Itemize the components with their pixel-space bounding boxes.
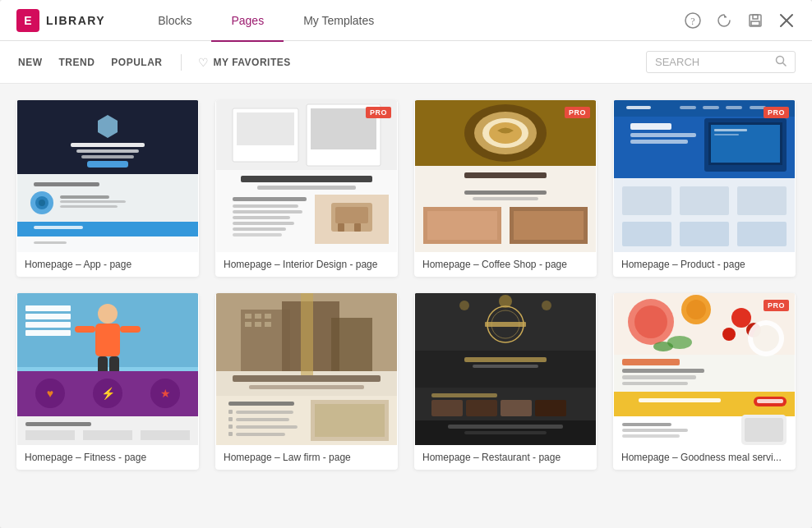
help-icon[interactable]: ? — [684, 11, 702, 30]
template-card-law[interactable]: Homepage – Law firm - page — [215, 293, 398, 470]
svg-rect-125 — [228, 410, 233, 414]
svg-rect-35 — [257, 186, 356, 190]
close-icon[interactable] — [777, 11, 796, 30]
svg-point-165 — [653, 342, 673, 351]
svg-rect-38 — [335, 207, 368, 223]
svg-rect-147 — [431, 393, 497, 397]
svg-rect-113 — [331, 318, 372, 371]
svg-rect-169 — [622, 369, 704, 373]
svg-rect-121 — [233, 375, 381, 382]
svg-rect-57 — [473, 197, 538, 200]
search-input[interactable] — [655, 56, 770, 68]
refresh-icon[interactable] — [715, 11, 733, 30]
template-thumb-coffee: PRO — [414, 100, 597, 252]
svg-rect-175 — [757, 399, 783, 403]
library-window: E LIBRARY Blocks Pages My Templates ? — [0, 0, 812, 528]
template-card-product[interactable]: PRO Homepage – Product - page — [613, 100, 796, 277]
svg-rect-93 — [25, 305, 71, 311]
svg-rect-132 — [236, 433, 285, 436]
filter-new[interactable]: NEW — [16, 53, 44, 71]
svg-rect-79 — [680, 186, 729, 215]
svg-rect-170 — [622, 375, 696, 379]
svg-rect-54 — [464, 172, 547, 178]
svg-rect-69 — [630, 123, 671, 130]
pro-badge-coffee: PRO — [565, 107, 590, 118]
search-container — [646, 51, 796, 73]
favorites-filter[interactable]: ♡ MY FAVORITES — [198, 56, 291, 69]
template-label-interior: Homepage – Interior Design - page — [215, 252, 398, 277]
svg-rect-4 — [751, 21, 759, 25]
svg-line-8 — [783, 63, 787, 67]
svg-rect-150 — [501, 400, 532, 416]
svg-rect-171 — [622, 382, 688, 385]
svg-rect-107 — [83, 430, 132, 440]
svg-rect-89 — [75, 326, 95, 333]
svg-rect-46 — [233, 227, 286, 231]
svg-rect-13 — [76, 149, 139, 153]
svg-rect-61 — [514, 211, 584, 240]
svg-rect-21 — [60, 195, 109, 199]
svg-point-167 — [753, 325, 779, 351]
toolbar-divider — [181, 54, 182, 71]
template-grid-container[interactable]: Homepage – App - page — [0, 84, 812, 528]
tab-blocks[interactable]: Blocks — [138, 1, 211, 42]
svg-rect-22 — [60, 200, 126, 203]
svg-rect-153 — [448, 425, 563, 429]
template-card-interior[interactable]: PRO Homepage – Interior Design - page — [215, 100, 398, 277]
template-thumb-restaurant — [414, 293, 597, 445]
template-thumb-goodness: PRO — [613, 293, 796, 445]
template-label-restaurant: Homepage – Restaurant - page — [414, 445, 597, 470]
tab-my-templates[interactable]: My Templates — [284, 1, 394, 42]
filter-popular[interactable]: POPULAR — [109, 53, 164, 71]
template-card-coffee[interactable]: PRO Homepage – Coffee Shop - page — [414, 100, 597, 277]
svg-rect-181 — [622, 434, 680, 438]
svg-rect-26 — [17, 236, 198, 252]
svg-rect-120 — [301, 293, 313, 375]
svg-text:?: ? — [690, 16, 694, 27]
svg-point-137 — [459, 301, 469, 310]
favorites-label: MY FAVORITES — [214, 57, 291, 68]
svg-rect-56 — [464, 191, 547, 195]
svg-text:⚡: ⚡ — [101, 387, 116, 401]
svg-rect-25 — [34, 226, 83, 229]
svg-rect-94 — [25, 314, 71, 319]
svg-rect-143 — [415, 351, 596, 388]
svg-rect-173 — [639, 398, 721, 402]
svg-rect-23 — [60, 205, 118, 208]
template-card-restaurant[interactable]: Homepage – Restaurant - page — [414, 293, 597, 470]
svg-point-158 — [634, 305, 667, 338]
svg-rect-17 — [34, 182, 99, 186]
svg-rect-129 — [228, 425, 233, 429]
template-card-fitness[interactable]: ♥ ⚡ ★ Homepage – Fitness - page — [16, 293, 199, 470]
template-thumb-interior: PRO — [215, 100, 398, 252]
svg-rect-117 — [245, 322, 251, 327]
template-card-app[interactable]: Homepage – App - page — [16, 100, 199, 277]
svg-rect-179 — [622, 423, 671, 426]
svg-rect-145 — [473, 365, 538, 368]
toolbar: NEW TREND POPULAR ♡ MY FAVORITES — [0, 41, 812, 84]
tab-pages[interactable]: Pages — [211, 1, 284, 42]
svg-point-160 — [686, 300, 706, 319]
svg-point-87 — [98, 304, 118, 324]
template-label-goodness: Homepage – Goodness meal servi... — [613, 445, 796, 470]
template-thumb-fitness: ♥ ⚡ ★ — [16, 293, 199, 445]
svg-rect-151 — [535, 400, 566, 416]
svg-rect-78 — [622, 186, 671, 215]
svg-rect-95 — [25, 322, 71, 328]
svg-rect-148 — [431, 400, 463, 416]
template-thumb-product: PRO — [613, 100, 796, 252]
logo-text: LIBRARY — [46, 14, 105, 27]
svg-rect-88 — [95, 324, 120, 356]
svg-rect-130 — [236, 425, 298, 429]
save-icon[interactable] — [746, 11, 764, 30]
template-label-app: Homepage – App - page — [16, 252, 199, 277]
svg-rect-65 — [680, 106, 696, 109]
svg-rect-40 — [354, 223, 361, 232]
filter-trend[interactable]: TREND — [58, 53, 97, 71]
svg-rect-119 — [265, 322, 271, 327]
svg-rect-108 — [141, 430, 190, 440]
svg-rect-81 — [622, 222, 671, 246]
template-thumb-app — [16, 100, 199, 252]
svg-rect-126 — [236, 411, 293, 414]
template-card-goodness[interactable]: PRO Homepage – Goodness meal servi... — [613, 293, 796, 470]
